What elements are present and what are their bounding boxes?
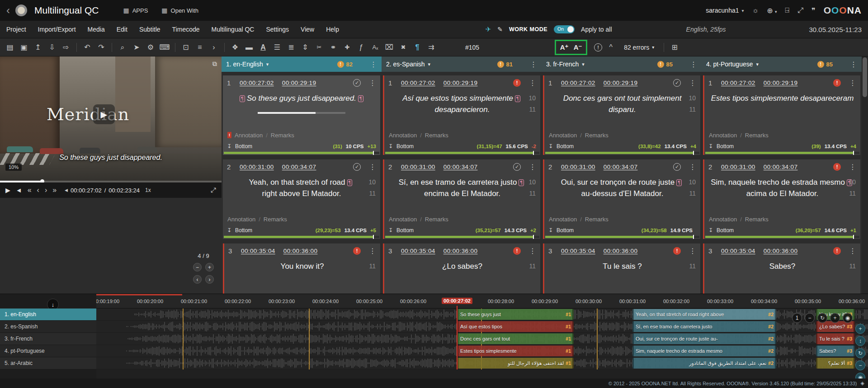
cue-in-time[interactable]: 00:00:27:02 [561,79,595,86]
cue-out-time[interactable]: 00:00:29:19 [764,79,798,86]
cue-card[interactable]: 1 00:00:27:02 00:00:29:19 ! ⋮ Así que es… [383,75,540,155]
fill-box-icon[interactable]: ▬ [244,42,255,53]
char-style-icon[interactable]: Aₓ [370,42,381,53]
cue-out-time[interactable]: 00:00:34:07 [764,164,798,170]
delete-cue-icon[interactable]: ✖ [398,42,409,53]
cue-card[interactable]: 1 00:00:27:02 00:00:29:19 ✓ ⋮ Donc ces g… [543,75,700,155]
cue-text-line[interactable]: encima de El Matador. [424,189,500,198]
annotation-link[interactable]: Annotation [709,216,737,223]
line-spacing-icon[interactable]: ⇕ [300,42,311,53]
cue-status-ok-icon[interactable]: ✓ [673,163,681,171]
seek-handle[interactable] [40,179,44,182]
timeline-cue-block[interactable]: So these guys just#1 [457,309,574,320]
logout-icon[interactable]: ⍈ [785,6,790,14]
annotation-link[interactable]: Annotation [389,132,417,139]
cue-text-line[interactable]: Estes tipos simplesmente desapareceram [711,94,854,103]
remarks-link[interactable]: Remarks [271,132,294,139]
cue-card[interactable]: 1 00:00:27:02 00:00:29:19 ✓ ⋮ ¶So these … [223,75,380,155]
settings-gear-icon[interactable]: ⚙ [145,42,156,53]
menu-timecode[interactable]: Timecode [172,26,200,33]
annotation-link[interactable]: Annotation [549,132,577,139]
cue-status-error-icon[interactable]: ! [353,247,361,255]
edit-pencil-icon[interactable]: ✎ [497,26,503,33]
hint-bulb-icon[interactable]: ☼ [752,6,759,14]
track-label-pt[interactable]: 4. pt-Portuguese [0,345,96,357]
timeline-cue-block[interactable]: Estes tipos simplesmente#1 [457,346,574,356]
cue-text-line[interactable]: Yeah, on that stretch of road [249,178,345,187]
error-badge[interactable]: ! 85 [817,61,833,68]
save-icon[interactable]: ▣ [19,42,29,53]
fast-forward-button[interactable]: » [52,186,57,194]
pager-plus-button[interactable]: + [205,263,214,271]
cue-status-ok-icon[interactable]: ✓ [353,163,361,171]
remarks-link[interactable]: Remarks [425,216,448,223]
back-icon[interactable]: ‹ [6,5,10,16]
annotation-link[interactable]: Annotation [709,132,737,139]
timeline-cue-block[interactable]: Así que estos tipos#1 [457,321,574,332]
language-select-es[interactable]: 2. es-Spanish ▾ ! 81 ⋮ [382,56,542,72]
cue-card[interactable]: 2 00:00:31:00 00:00:34:07 ✓ ⋮ Sí, en ese… [383,159,540,239]
cue-in-time[interactable]: 00:00:35:04 [241,248,275,254]
volume-icon[interactable]: ◄ [16,187,22,194]
cue-menu-icon[interactable]: ⋮ [689,79,696,87]
cue-status-error-icon[interactable]: ! [833,79,841,87]
step-back-button[interactable]: ‹ [37,186,39,194]
cue-text-line[interactable]: Sim, naquele trecho de estrada mesmo [711,178,845,187]
keyboard-icon[interactable]: ⌨ [159,42,170,53]
send-icon[interactable]: ➤ [131,42,142,53]
apps-button[interactable]: ▦ APPS [123,7,148,14]
cue-out-time[interactable]: 00:00:36:00 [764,248,798,254]
cue-text-line[interactable]: Sí, en ese tramo de carretera justo [399,178,517,187]
cue-card[interactable]: 3 00:00:35:04 00:00:36:00 ! ⋮ ¿Lo sabes?… [383,243,540,294]
cue-menu-icon[interactable]: ⋮ [529,163,536,171]
cue-text-line[interactable]: au-dessus d'El Matador. [581,189,664,198]
timeline-tracks-area[interactable]: 00:00:19:00 00:00:20:00 00:00:21:00 00:0… [96,294,868,379]
cue-menu-icon[interactable]: ⋮ [849,79,856,87]
add-cue-icon[interactable]: ✚ [342,42,353,53]
cue-text-line[interactable]: So these guys just disappeared. [247,94,356,103]
undo-icon[interactable]: ↶ [82,42,93,53]
chat-icon[interactable]: ❞ [811,6,816,15]
cue-status-error-icon[interactable]: ! [513,79,521,87]
error-badge[interactable]: ! 85 [657,61,673,68]
video-fullscreen-icon[interactable]: ⤢ [211,186,216,194]
cue-in-time[interactable]: 00:00:31:00 [401,164,435,170]
language-select-fr[interactable]: 3. fr-French ▾ ! 85 ⋮ [542,56,702,72]
track-row-es[interactable]: Así que estos tipos#1 Sí, en ese tramo d… [96,321,868,333]
cue-in-time[interactable]: 00:00:35:04 [561,248,595,254]
cue-status-error-icon[interactable]: ! [833,163,841,171]
cue-status-error-icon[interactable]: ! [513,247,521,255]
timeline-cue-block[interactable]: Sí, en ese tramo de carretera justo#2 [632,321,776,332]
cue-status-ok-icon[interactable]: ✓ [513,163,521,171]
annotation-link[interactable]: Annotation [389,216,417,223]
error-badge[interactable]: ! 81 [497,61,513,68]
search-icon[interactable]: ⌕ [117,42,128,53]
timeline-cue-block[interactable]: Oui, sur ce tronçon de route juste au-#2 [632,333,776,344]
cue-text-line[interactable]: Así que estos tipos simplemente [402,94,513,103]
annotation-link[interactable]: Annotation [235,132,263,139]
timeline-ruler[interactable]: 00:00:19:00 00:00:20:00 00:00:21:00 00:0… [96,294,868,309]
cue-card[interactable]: 3 00:00:35:04 00:00:36:00 ! ⋮ Tu le sais… [543,243,700,294]
menu-settings[interactable]: Settings [266,26,289,33]
timeline-cue-block[interactable]: ألا تعلم؟#3 [816,358,855,369]
cue-out-time[interactable]: 00:00:36:00 [604,248,638,254]
focus-button[interactable]: ◉ [855,373,865,379]
redo-icon[interactable]: ↷ [96,42,107,53]
cue-menu-icon[interactable]: ⋮ [529,79,536,87]
cue-in-time[interactable]: 00:00:31:00 [721,164,755,170]
font-increase-icon[interactable]: A⁺ [559,42,570,53]
video-play-overlay[interactable]: ▶ [93,104,115,124]
font-style-icon[interactable]: A [258,42,269,53]
cue-menu-icon[interactable]: ⋮ [689,163,696,171]
menu-multilingual-qc[interactable]: Multilingual QC [212,26,255,33]
cue-in-time[interactable]: 00:00:27:02 [240,79,274,86]
timeline-cue-block[interactable]: Sim, naquele trecho de estrada mesmo#2 [632,346,776,356]
cue-in-time[interactable]: 00:00:31:00 [240,164,274,170]
user-menu[interactable]: saracunha1 ▾ [706,7,744,14]
cue-in-time[interactable]: 00:00:35:04 [401,248,435,254]
cue-card[interactable]: 3 00:00:35:04 00:00:36:00 ! ⋮ Sabes?11 [703,243,860,294]
menu-project[interactable]: Project [6,26,26,33]
menu-import-export[interactable]: Import/Export [38,26,76,33]
annotation-link[interactable]: Annotation [227,216,255,223]
apply-to-all-label[interactable]: Apply to all [581,26,612,33]
